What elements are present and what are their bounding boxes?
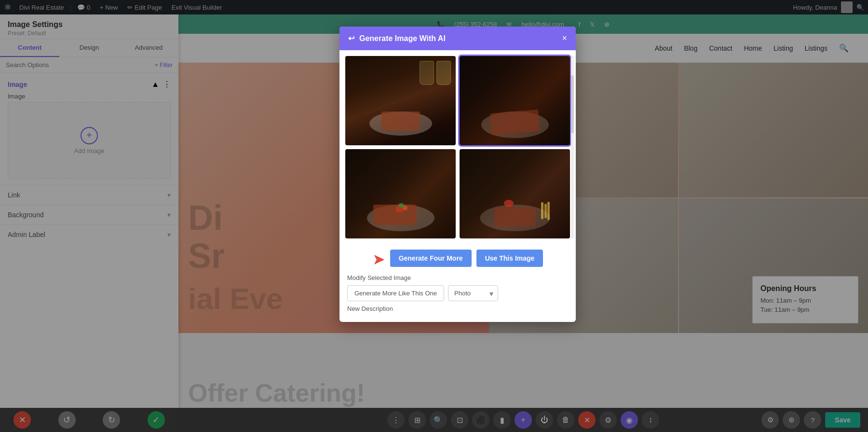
ai-image-grid [345,56,570,238]
ai-image-1[interactable] [345,56,456,145]
ai-modal-body: ➤ Generate Four More Use This Image Modi… [339,50,576,322]
modify-controls: Generate More Like This One Photo Illust… [347,285,568,301]
ai-modal-close-button[interactable]: × [562,33,567,43]
arrow-indicator-icon: ➤ [372,250,385,268]
generate-like-button[interactable]: Generate More Like This One [347,285,444,301]
generate-four-more-button[interactable]: Generate Four More [390,250,472,267]
ai-image-3[interactable] [345,149,456,238]
modal-scrollbar[interactable] [571,56,574,238]
use-this-image-button[interactable]: Use This Image [476,250,543,267]
back-arrow-icon[interactable]: ↩ [348,34,354,43]
modal-actions: ➤ Generate Four More Use This Image [345,244,570,274]
modify-section: Modify Selected Image Generate More Like… [345,274,570,316]
ai-image-2[interactable] [460,56,570,145]
ai-modal-title: ↩ Generate Image With AI [348,34,446,43]
modify-section-label: Modify Selected Image [347,274,568,281]
modal-scrollbar-thumb [571,75,574,133]
ai-modal-header: ↩ Generate Image With AI × [339,27,576,50]
new-description-label: New Description [347,305,568,312]
modal-scroll-area [345,56,570,238]
style-select-wrapper[interactable]: Photo Illustration Painting Sketch [448,285,498,301]
ai-modal-title-text: Generate Image With AI [359,34,446,43]
ai-image-4[interactable] [460,149,570,238]
style-select[interactable]: Photo Illustration Painting Sketch [448,285,498,301]
ai-generate-modal: ↩ Generate Image With AI × [339,27,576,322]
